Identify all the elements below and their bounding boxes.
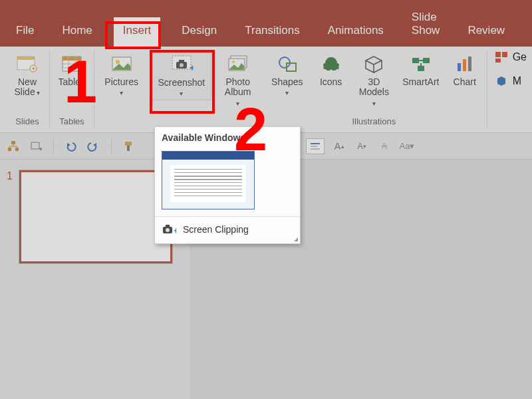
redo-button[interactable]	[86, 138, 102, 154]
group-right-cut: Ge M	[487, 51, 527, 129]
svg-rect-24	[412, 58, 419, 63]
ribbon-tabbar: File Home Insert Design Transitions Anim…	[0, 0, 532, 47]
svg-rect-44	[125, 142, 132, 146]
decrease-font-icon[interactable]: A▾	[354, 138, 370, 154]
svg-rect-31	[502, 52, 507, 57]
smartart-label: SmartArt	[402, 77, 439, 87]
svg-point-19	[232, 61, 235, 63]
svg-rect-1	[17, 57, 35, 60]
svg-rect-40	[31, 142, 39, 149]
chart-button[interactable]: Chart	[450, 51, 480, 88]
photo-album-button[interactable]: Photo Album	[221, 51, 255, 109]
chart-icon	[453, 52, 477, 76]
increase-font-icon[interactable]: A▴	[331, 138, 347, 154]
svg-rect-45	[127, 146, 130, 151]
my-addins-button[interactable]: M	[494, 74, 521, 88]
svg-rect-27	[458, 63, 461, 71]
svg-rect-25	[423, 58, 430, 63]
tab-slideshow[interactable]: Slide Show	[405, 4, 447, 47]
svg-rect-26	[418, 66, 424, 71]
screenshot-icon: +	[170, 53, 194, 76]
tab-review[interactable]: Review	[461, 17, 511, 47]
clear-format-icon[interactable]: A	[376, 138, 392, 154]
slide-thumb-1-preview[interactable]	[19, 170, 172, 263]
available-window-thumb[interactable]	[162, 151, 255, 209]
new-slide-label: New Slide	[15, 77, 41, 98]
undo-button[interactable]	[63, 138, 79, 154]
pictures-label: Pictures	[102, 77, 140, 98]
svg-point-50	[166, 228, 170, 232]
svg-rect-34	[8, 148, 11, 151]
icons-label: Icons	[320, 77, 342, 87]
smartart-icon	[409, 52, 433, 76]
format-painter-icon[interactable]	[121, 138, 137, 154]
screenshot-dropdown: Available Windows + Screen Clipping	[154, 126, 301, 244]
table-button[interactable]: Table	[57, 51, 87, 88]
svg-text:+: +	[174, 226, 176, 235]
svg-text:✦: ✦	[31, 66, 36, 72]
chart-label: Chart	[454, 77, 476, 87]
pictures-button[interactable]: Pictures	[101, 51, 142, 99]
dropdown-resize-grip[interactable]	[291, 235, 298, 241]
svg-marker-42	[67, 143, 70, 147]
tab-file[interactable]: File	[9, 17, 41, 47]
screen-clipping-item[interactable]: + Screen Clipping	[155, 218, 300, 241]
camera-plus-icon: +	[162, 223, 176, 235]
tab-transitions[interactable]: Transitions	[238, 17, 307, 47]
svg-text:▾: ▾	[39, 146, 42, 152]
screenshot-label: Screenshot	[156, 78, 207, 98]
group-illustrations-label: Illustrations	[352, 116, 396, 129]
group-tables-label: Tables	[59, 116, 84, 129]
svg-point-14	[180, 63, 184, 67]
svg-rect-35	[15, 148, 19, 151]
shapes-label: Shapes	[269, 77, 305, 98]
smartart-button[interactable]: SmartArt	[402, 51, 440, 88]
align-box-icon[interactable]	[306, 138, 325, 154]
screenshot-button[interactable]: + Screenshot	[151, 51, 211, 100]
table-label: Table	[58, 77, 85, 87]
icons-button[interactable]: Icons	[316, 51, 346, 88]
myaddins-icon	[494, 74, 509, 88]
svg-point-11	[116, 60, 120, 64]
screen-clipping-label: Screen Clipping	[183, 224, 249, 235]
pictures-icon	[110, 52, 134, 76]
group-images: Pictures + Screenshot	[94, 51, 261, 129]
new-slide-button[interactable]: ✦ New Slide	[12, 51, 43, 99]
table-icon	[60, 52, 84, 76]
tab-design[interactable]: Design	[175, 17, 223, 47]
svg-text:+: +	[190, 63, 194, 73]
svg-rect-33	[11, 141, 15, 144]
3d-models-button[interactable]: 3D Models	[356, 51, 392, 109]
group-illustrations: Shapes Icons 3D Models SmartArt	[261, 51, 487, 129]
tab-animations[interactable]: Animations	[321, 17, 390, 47]
slide-thumb-1-number: 1	[7, 170, 13, 182]
svg-rect-30	[495, 52, 501, 57]
shapes-icon	[275, 52, 299, 76]
get-addins-label: Ge	[513, 51, 527, 63]
reset-icon[interactable]: ▾	[28, 138, 44, 154]
screenshot-dropdown-title: Available Windows	[155, 127, 300, 147]
svg-rect-15	[179, 60, 184, 63]
3d-models-label: 3D Models	[357, 77, 391, 108]
cube-icon	[362, 52, 386, 76]
my-addins-label: M	[513, 75, 521, 87]
svg-rect-29	[468, 57, 471, 71]
new-slide-icon: ✦	[15, 52, 39, 76]
svg-rect-32	[495, 59, 501, 63]
shapes-button[interactable]: Shapes	[268, 51, 307, 99]
icons-icon	[319, 52, 343, 76]
org-chart-icon[interactable]	[5, 138, 21, 154]
svg-marker-43	[93, 143, 96, 147]
tab-more[interactable]: V	[526, 17, 532, 47]
photo-album-label: Photo Album	[222, 77, 253, 108]
photo-album-icon	[226, 52, 250, 76]
get-addins-button[interactable]: Ge	[494, 51, 527, 64]
ribbon-insert: ✦ New Slide Slides Table Tables Picture	[0, 47, 532, 133]
svg-rect-51	[166, 225, 170, 227]
group-tables: Table Tables	[50, 51, 94, 129]
change-case-icon[interactable]: Aa▾	[399, 138, 415, 154]
dropdown-separator	[155, 216, 300, 217]
tab-insert[interactable]: Insert	[114, 17, 161, 47]
svg-rect-28	[463, 59, 466, 71]
tab-home[interactable]: Home	[55, 17, 98, 47]
